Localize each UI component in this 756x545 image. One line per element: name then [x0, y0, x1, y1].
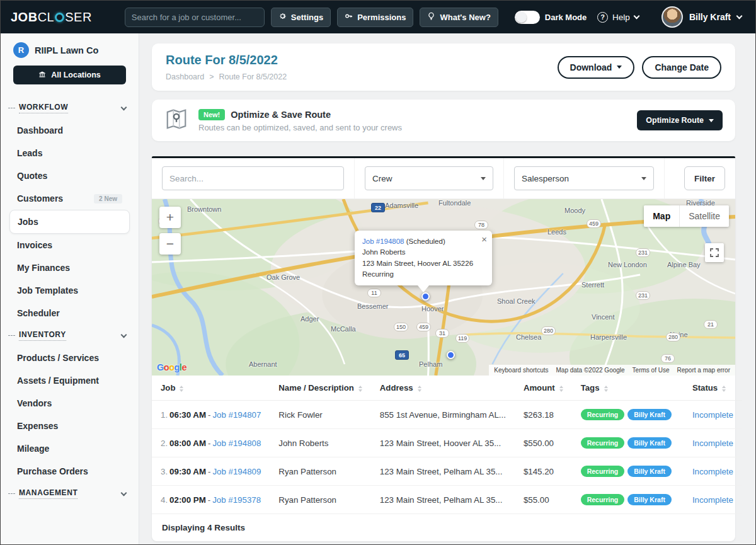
status-link[interactable]: Incomplete [692, 495, 733, 505]
job-marker-hoover[interactable] [421, 292, 430, 301]
keyboard-shortcuts-link[interactable]: Keyboard shortcuts [494, 367, 548, 374]
route-search-input[interactable] [162, 166, 344, 190]
sidebar-item-mileage[interactable]: Mileage [1, 437, 139, 460]
salesperson-select[interactable]: Salesperson [514, 166, 654, 190]
zoom-in-button[interactable]: + [159, 207, 181, 228]
column-header-amount[interactable]: Amount [515, 376, 572, 401]
map-place-label: Pelham [419, 360, 442, 368]
separator: - [208, 410, 210, 420]
filter-button[interactable]: Filter [684, 166, 725, 190]
job-amount: $145.20 [515, 457, 572, 486]
sidebar-item-assets-equipment[interactable]: Assets / Equipment [1, 369, 139, 392]
job-time: 09:30 AM [169, 467, 206, 476]
status-link[interactable]: Incomplete [692, 439, 733, 448]
job-link[interactable]: Job #194807 [212, 410, 261, 420]
section-inventory[interactable]: INVENTORY [1, 324, 139, 347]
column-header-status[interactable]: Status [684, 376, 742, 401]
sidebar: R RIIPL Lawn Co All Locations WORKFLOW D… [1, 33, 139, 544]
report-error-link[interactable]: Report a map error [677, 367, 730, 374]
route-shield: 119 [455, 334, 469, 343]
change-date-button[interactable]: Change Date [642, 56, 721, 79]
map-place-label: Sterrett [581, 281, 604, 289]
row-number: 1. [161, 410, 168, 420]
job-amount: $55.00 [515, 486, 572, 514]
download-button[interactable]: Download [558, 56, 635, 79]
row-number: 2. [161, 439, 168, 448]
sidebar-item-scheduler[interactable]: Scheduler [1, 302, 139, 324]
sort-icon [180, 386, 183, 392]
column-header-tags[interactable]: Tags [572, 376, 684, 401]
separator: - [208, 439, 210, 448]
table-header-row: Job Name / Description Address Amount Ta… [152, 376, 742, 401]
sidebar-item-customers[interactable]: Customers 2 New [1, 187, 139, 210]
sidebar-item-products-services[interactable]: Products / Services [1, 347, 139, 369]
zoom-out-button[interactable]: − [159, 233, 181, 255]
toggle-knob [516, 12, 527, 23]
sidebar-item-vendors[interactable]: Vendors [1, 392, 139, 415]
job-time: 06:30 AM [169, 410, 206, 420]
customer-name: Ryan Patterson [270, 457, 370, 486]
map-type-satellite[interactable]: Satellite [679, 205, 729, 227]
google-map[interactable]: Browntown Adamsville Fultondale Moody Le… [152, 199, 735, 376]
company-selector[interactable]: R RIIPL Lawn Co [1, 42, 139, 58]
global-search-input[interactable] [125, 8, 265, 27]
map-type-map[interactable]: Map [644, 205, 679, 227]
map-place-label: Harpersville [590, 333, 627, 341]
sidebar-item-my-finances[interactable]: My Finances [1, 256, 139, 279]
optimize-route-button[interactable]: Optimize Route [637, 110, 723, 130]
terms-link[interactable]: Terms of Use [633, 367, 670, 374]
column-header-name[interactable]: Name / Description [270, 376, 370, 401]
close-icon[interactable]: × [481, 232, 487, 247]
breadcrumb-dashboard[interactable]: Dashboard [166, 72, 204, 81]
route-shield: 31 [435, 329, 449, 338]
permissions-button[interactable]: Permissions [337, 8, 413, 27]
info-job-link[interactable]: Job #194808 [362, 238, 404, 245]
sidebar-item-leads[interactable]: Leads [1, 142, 139, 164]
help-menu[interactable]: ? Help [597, 12, 639, 23]
section-management[interactable]: MANAGEMENT [1, 483, 139, 505]
tag-assignee: Billy Kraft [627, 437, 672, 449]
app-logo[interactable]: JOBCLSER [11, 10, 92, 25]
new-badge: New! [198, 109, 225, 120]
settings-button[interactable]: Settings [271, 8, 331, 27]
whats-new-button[interactable]: What's New? [420, 8, 498, 27]
section-label: INVENTORY [19, 330, 66, 341]
sidebar-item-purchase-orders[interactable]: Purchase Orders [1, 460, 139, 483]
status-link[interactable]: Incomplete [692, 467, 733, 476]
job-link[interactable]: Job #194809 [212, 467, 261, 476]
section-workflow[interactable]: WORKFLOW [1, 97, 139, 119]
dark-mode-toggle[interactable] [515, 11, 540, 24]
info-address: 123 Main Street, Hoover AL 35226 [362, 258, 484, 269]
all-locations-button[interactable]: All Locations [13, 66, 126, 84]
column-header-job[interactable]: Job [152, 376, 270, 401]
job-marker-pelham[interactable] [447, 351, 455, 359]
map-place-label: New London [608, 261, 647, 268]
status-link[interactable]: Incomplete [692, 410, 733, 420]
caret-down-icon [641, 177, 646, 180]
map-place-label: Hoover [421, 305, 444, 313]
row-number: 4. [161, 495, 168, 505]
job-link[interactable]: Job #195378 [212, 495, 261, 505]
sidebar-item-jobs[interactable]: Jobs [9, 210, 130, 234]
table-row: 3.09:30 AM-Job #194809 Ryan Patterson 12… [152, 457, 742, 486]
top-navbar: JOBCLSER Settings Permissions What's New… [1, 1, 755, 33]
sidebar-item-invoices[interactable]: Invoices [1, 234, 139, 256]
google-logo[interactable]: Google [157, 362, 186, 372]
sidebar-item-quotes[interactable]: Quotes [1, 164, 139, 187]
sidebar-item-job-templates[interactable]: Job Templates [1, 279, 139, 302]
sidebar-item-label: Dashboard [17, 125, 63, 135]
job-link[interactable]: Job #194808 [212, 439, 261, 448]
sidebar-item-expenses[interactable]: Expenses [1, 415, 139, 437]
user-menu[interactable]: Billy Kraft [662, 6, 742, 28]
whats-new-label: What's New? [440, 13, 490, 22]
sidebar-item-label: Leads [17, 148, 42, 158]
avatar [662, 6, 683, 28]
fullscreen-button[interactable] [705, 243, 724, 262]
column-header-address[interactable]: Address [371, 376, 515, 401]
customers-new-badge: 2 New [94, 194, 122, 204]
fullscreen-icon [710, 248, 719, 257]
dark-mode-control: Dark Mode [515, 11, 587, 24]
building-icon [38, 71, 46, 80]
sidebar-item-dashboard[interactable]: Dashboard [1, 119, 139, 142]
crew-select[interactable]: Crew [365, 166, 493, 190]
